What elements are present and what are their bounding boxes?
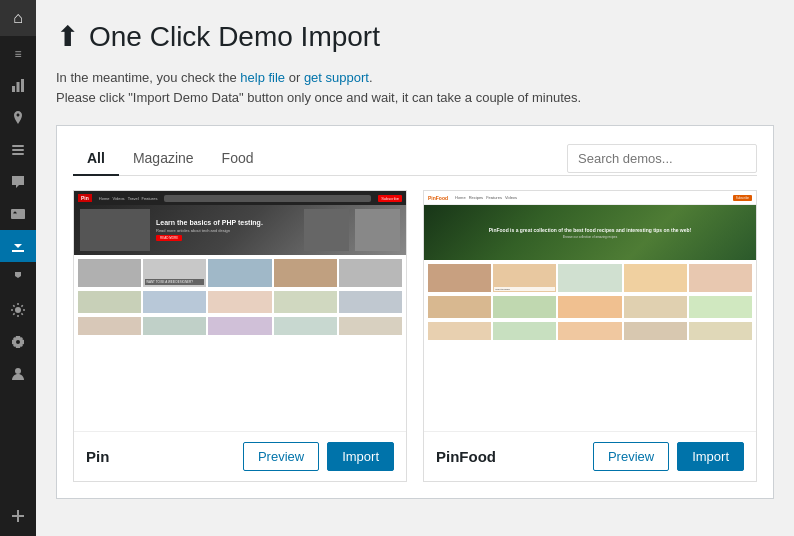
help-file-link[interactable]: help file [240, 70, 285, 85]
svg-rect-3 [12, 145, 24, 147]
wp-logo[interactable]: ⌂ [0, 0, 36, 36]
sidebar-icon-fork[interactable] [0, 262, 36, 294]
pin-import-button[interactable]: Import [327, 442, 394, 471]
svg-rect-4 [12, 149, 24, 151]
sidebar-icon-settings[interactable] [0, 326, 36, 358]
info-line2: Please click "Import Demo Data" button o… [56, 90, 581, 105]
sidebar-icon-media[interactable] [0, 198, 36, 230]
sidebar-icon-pin[interactable] [0, 102, 36, 134]
demo-grid: Pin Home Videos Travel Features Subscrib… [73, 190, 757, 482]
info-line1-mid: or [285, 70, 304, 85]
demo-card-pin: Pin Home Videos Travel Features Subscrib… [73, 190, 407, 482]
sidebar-icon-customize[interactable] [0, 294, 36, 326]
tab-magazine[interactable]: Magazine [119, 142, 208, 176]
pinfood-card-actions: Preview Import [593, 442, 744, 471]
pinfood-preview-button[interactable]: Preview [593, 442, 669, 471]
pinfood-card-footer: PinFood Preview Import [424, 431, 756, 481]
sidebar: ⌂ ≡ [0, 0, 36, 536]
pin-card-actions: Preview Import [243, 442, 394, 471]
search-box [567, 144, 757, 173]
main-content: ⬆ One Click Demo Import In the meantime,… [36, 0, 794, 536]
tabs: All Magazine Food [73, 142, 268, 175]
svg-rect-1 [17, 82, 20, 92]
sidebar-icon-comments[interactable] [0, 166, 36, 198]
pin-card-name: Pin [86, 448, 109, 465]
svg-point-9 [16, 340, 20, 344]
sidebar-icon-add[interactable] [0, 500, 36, 532]
pinfood-card-name: PinFood [436, 448, 496, 465]
page-title-area: ⬆ One Click Demo Import [56, 20, 774, 54]
tab-all[interactable]: All [73, 142, 119, 176]
pinfood-preview-image: PinFood Home Recipes Features Videos Sub… [424, 191, 756, 431]
pinfood-import-button[interactable]: Import [677, 442, 744, 471]
tab-food[interactable]: Food [208, 142, 268, 176]
page-title: One Click Demo Import [89, 20, 380, 54]
upload-icon: ⬆ [56, 20, 79, 53]
demo-container: All Magazine Food Pin [56, 125, 774, 499]
svg-point-10 [15, 368, 21, 374]
get-support-link[interactable]: get support [304, 70, 369, 85]
info-text: In the meantime, you check the help file… [56, 68, 774, 110]
sidebar-icon-layers[interactable] [0, 134, 36, 166]
sidebar-icon-user[interactable] [0, 358, 36, 390]
svg-rect-5 [12, 153, 24, 155]
search-input[interactable] [567, 144, 757, 173]
tabs-row: All Magazine Food [73, 142, 757, 176]
svg-rect-2 [21, 79, 24, 92]
pin-preview-button[interactable]: Preview [243, 442, 319, 471]
pin-card-footer: Pin Preview Import [74, 431, 406, 481]
sidebar-icon-import[interactable] [0, 230, 36, 262]
svg-point-8 [15, 307, 21, 313]
demo-card-pinfood: PinFood Home Recipes Features Videos Sub… [423, 190, 757, 482]
info-line1-suffix: . [369, 70, 373, 85]
sidebar-icon-menu[interactable]: ≡ [0, 38, 36, 70]
pin-preview-image: Pin Home Videos Travel Features Subscrib… [74, 191, 406, 431]
info-line1-prefix: In the meantime, you check the [56, 70, 240, 85]
sidebar-icon-stats[interactable] [0, 70, 36, 102]
svg-rect-0 [12, 86, 15, 92]
